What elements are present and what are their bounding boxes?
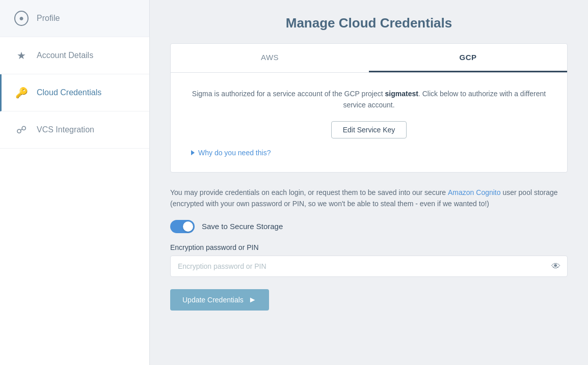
- sidebar: ● Profile ★ Account Details 🔑 Cloud Cred…: [0, 0, 150, 365]
- storage-info-text: You may provide credentials on each logi…: [170, 187, 568, 210]
- toggle-label: Save to Secure Storage: [202, 222, 283, 231]
- sidebar-label-vcs-integration: VCS Integration: [37, 125, 94, 134]
- sidebar-item-cloud-credentials[interactable]: 🔑 Cloud Credentials: [0, 74, 149, 111]
- toggle-thumb: [183, 221, 193, 232]
- tab-content-gcp: Sigma is authorized for a service accoun…: [171, 73, 567, 172]
- sidebar-item-profile[interactable]: ● Profile: [0, 0, 149, 37]
- eye-icon[interactable]: 👁: [551, 261, 560, 271]
- triangle-icon: [191, 150, 195, 155]
- sidebar-label-account-details: Account Details: [37, 51, 93, 60]
- page-title: Manage Cloud Credentials: [170, 15, 568, 31]
- branch-icon: ☍: [14, 123, 29, 137]
- arrow-icon: ►: [249, 295, 257, 304]
- tabs-header: AWS GCP: [171, 44, 567, 73]
- edit-service-key-button[interactable]: Edit Service Key: [331, 121, 407, 138]
- gcp-info-text: Sigma is authorized for a service accoun…: [191, 88, 547, 111]
- person-icon: ●: [14, 11, 29, 25]
- encryption-password-input[interactable]: [170, 256, 568, 277]
- star-icon: ★: [14, 48, 29, 63]
- tab-aws[interactable]: AWS: [171, 44, 369, 72]
- encryption-label: Encryption password or PIN: [170, 243, 568, 251]
- update-button-label: Update Credentials: [182, 296, 244, 304]
- toggle-row: Save to Secure Storage: [170, 220, 568, 233]
- amazon-cognito-link[interactable]: Amazon Cognito: [448, 188, 501, 196]
- key-icon: 🔑: [14, 86, 29, 100]
- sidebar-label-cloud-credentials: Cloud Credentials: [37, 88, 101, 97]
- tab-gcp[interactable]: GCP: [369, 44, 567, 72]
- tabs-card: AWS GCP Sigma is authorized for a servic…: [170, 43, 568, 173]
- update-credentials-button[interactable]: Update Credentials ►: [170, 289, 269, 311]
- save-to-storage-toggle[interactable]: [170, 220, 195, 233]
- why-need-label: Why do you need this?: [198, 149, 271, 157]
- sidebar-label-profile: Profile: [37, 14, 60, 23]
- project-name: sigmatest: [385, 90, 418, 98]
- why-need-link[interactable]: Why do you need this?: [191, 149, 547, 157]
- sidebar-item-vcs-integration[interactable]: ☍ VCS Integration: [0, 111, 149, 149]
- bottom-section: You may provide credentials on each logi…: [170, 187, 568, 311]
- sidebar-item-account-details[interactable]: ★ Account Details: [0, 37, 149, 74]
- main-content: Manage Cloud Credentials AWS GCP Sigma i…: [150, 0, 588, 365]
- password-input-wrapper: 👁: [170, 256, 568, 277]
